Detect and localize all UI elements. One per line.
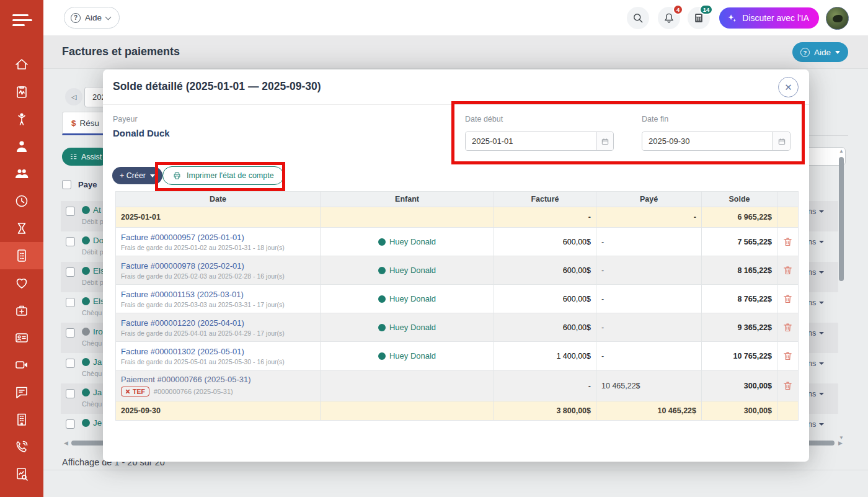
- delete-button[interactable]: [782, 236, 793, 247]
- sidebar-item-video[interactable]: [0, 351, 43, 378]
- sidebar-item-facility[interactable]: [0, 406, 43, 433]
- search-icon: [632, 12, 644, 24]
- help-label: Aide: [85, 13, 102, 22]
- delete-button[interactable]: [782, 265, 793, 275]
- calculator-button[interactable]: 14: [688, 7, 710, 29]
- child-link[interactable]: Huey Donald: [389, 351, 436, 360]
- sidebar-item-schedule[interactable]: [0, 187, 43, 215]
- people-icon: [14, 166, 29, 181]
- caret-down-icon: [150, 174, 155, 177]
- invoice-link[interactable]: Facture #000000957 (2025-01-01): [121, 233, 315, 242]
- sidebar-item-waitlist[interactable]: [0, 215, 43, 242]
- invoice-link[interactable]: Facture #000001153 (2025-03-01): [121, 290, 315, 299]
- caret-down-icon: [819, 332, 824, 334]
- status-dot: [82, 236, 90, 244]
- child-link[interactable]: Huey Donald: [389, 237, 436, 246]
- payer-column-header: Paye: [78, 180, 97, 189]
- row-checkbox[interactable]: [66, 419, 75, 429]
- sidebar-item-children[interactable]: [0, 105, 43, 133]
- vertical-scrollbar[interactable]: ▲ ▼: [838, 148, 844, 441]
- child-link[interactable]: Huey Donald: [389, 266, 436, 275]
- date-start-input[interactable]: [466, 132, 596, 150]
- delete-button[interactable]: [782, 322, 793, 333]
- child-link[interactable]: Huey Donald: [389, 294, 436, 303]
- row-checkbox[interactable]: [66, 298, 75, 307]
- create-label: + Créer: [120, 171, 146, 180]
- app-window: ? Aide 4 14 Discuter avec l'IA Fact: [0, 0, 868, 497]
- delete-button[interactable]: [782, 293, 793, 304]
- select-all-checkbox[interactable]: [62, 180, 71, 189]
- chat-ai-button[interactable]: Discuter avec l'IA: [719, 7, 819, 29]
- chevron-down-icon: [105, 14, 112, 20]
- invoice-link[interactable]: Facture #000000978 (2025-02-01): [121, 261, 315, 271]
- date-end-input[interactable]: [642, 132, 773, 150]
- chat-icon: [14, 385, 29, 400]
- caret-down-icon: [819, 241, 824, 243]
- sidebar-item-calls[interactable]: [0, 433, 43, 460]
- tef-badge: TEF: [121, 387, 149, 396]
- delete-button[interactable]: [782, 380, 793, 391]
- sidebar-item-activity[interactable]: [0, 78, 43, 105]
- table-row: Facture #000000978 (2025-02-01)Frais de …: [115, 256, 799, 284]
- child-dot: [378, 238, 386, 246]
- sidebar-item-messages[interactable]: [0, 378, 43, 406]
- table-header-row: Date Enfant Facturé Payé Solde: [115, 191, 799, 207]
- row-checkbox[interactable]: [66, 328, 75, 338]
- child-link[interactable]: Huey Donald: [389, 323, 436, 332]
- sidebar-item-first-aid[interactable]: [0, 297, 43, 324]
- column-header: Solde: [701, 192, 777, 207]
- sidebar-item-billing[interactable]: [0, 242, 43, 269]
- payment-reference: #000000766 (2025-05-31): [154, 388, 233, 395]
- sidebar: [0, 0, 43, 497]
- sidebar-item-families[interactable]: [0, 160, 43, 187]
- scrollbar-thumb: [839, 157, 844, 281]
- notification-badge: 4: [673, 4, 683, 15]
- invoice-link[interactable]: Facture #000001220 (2025-04-01): [121, 318, 315, 328]
- notifications-button[interactable]: 4: [658, 7, 680, 29]
- child-icon: [14, 112, 29, 127]
- assistant-button[interactable]: Assist: [62, 148, 109, 166]
- previous-year-button[interactable]: ◁: [65, 88, 82, 105]
- payer-name: Donald Duck: [113, 128, 170, 138]
- row-checkbox[interactable]: [66, 359, 75, 368]
- invoice-subtitle: Frais de garde du 2025-04-01 au 2025-04-…: [121, 329, 315, 337]
- child-dot: [378, 352, 386, 360]
- topbar: ? Aide 4 14 Discuter avec l'IA: [43, 0, 868, 35]
- divider: [103, 104, 809, 105]
- scroll-right-icon: ▶: [838, 440, 843, 446]
- row-checkbox[interactable]: [66, 237, 75, 246]
- sidebar-item-id-card[interactable]: [0, 324, 43, 351]
- trash-icon: [782, 351, 793, 361]
- print-statement-button[interactable]: Imprimer l'état de compte: [162, 166, 284, 185]
- sidebar-item-health[interactable]: [0, 269, 43, 297]
- sidebar-item-reports[interactable]: [0, 460, 43, 488]
- sidebar-item-home[interactable]: [0, 51, 43, 78]
- calendar-picker-button[interactable]: [596, 132, 613, 150]
- delete-button[interactable]: [782, 351, 793, 361]
- page-help-label: Aide: [814, 48, 831, 57]
- assistant-label: Assist: [81, 153, 102, 161]
- sidebar-item-staff[interactable]: [0, 133, 43, 160]
- page-help-button[interactable]: ? Aide: [792, 42, 848, 62]
- invoice-subtitle: Frais de garde du 2025-03-03 au 2025-03-…: [121, 301, 315, 308]
- trash-icon: [782, 236, 793, 247]
- invoice-link[interactable]: Facture #000001302 (2025-05-01): [121, 347, 315, 356]
- payment-link[interactable]: Paiement #000000766 (2025-05-31): [121, 375, 315, 384]
- caret-down-icon: [819, 362, 824, 365]
- status-dot: [82, 297, 90, 305]
- row-checkbox[interactable]: [66, 389, 75, 398]
- caret-down-icon: [819, 210, 824, 213]
- close-button[interactable]: ✕: [778, 77, 799, 97]
- help-dropdown[interactable]: ? Aide: [64, 7, 120, 29]
- row-checkbox[interactable]: [66, 207, 75, 216]
- avatar[interactable]: [826, 7, 849, 30]
- search-button[interactable]: [627, 7, 649, 29]
- create-button[interactable]: + Créer: [112, 167, 162, 184]
- divider: [809, 135, 848, 136]
- page-header: Factures et paiements ? Aide: [43, 35, 868, 69]
- balance-table: Date Enfant Facturé Payé Solde 2025-01-0…: [115, 191, 799, 421]
- menu-icon[interactable]: [0, 7, 43, 32]
- column-header: Payé: [596, 192, 701, 207]
- row-checkbox[interactable]: [66, 267, 75, 277]
- calendar-picker-button[interactable]: [773, 132, 790, 150]
